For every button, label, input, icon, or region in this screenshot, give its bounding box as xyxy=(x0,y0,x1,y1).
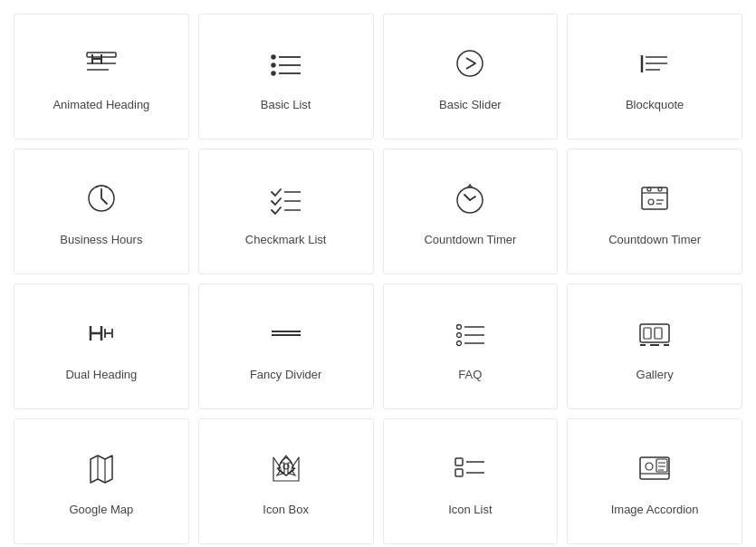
svg-point-8 xyxy=(272,63,275,67)
countdown-timer-1-label: Countdown Timer xyxy=(424,233,516,246)
dual-heading-icon xyxy=(80,312,123,355)
icon-list-label: Icon List xyxy=(448,503,492,516)
widget-basic-list[interactable]: Basic List xyxy=(198,14,374,139)
icon-list-icon xyxy=(448,446,492,490)
svg-rect-53 xyxy=(455,458,463,465)
svg-point-27 xyxy=(648,199,654,205)
svg-point-40 xyxy=(457,333,462,338)
widget-google-map[interactable]: Google Map xyxy=(14,418,189,544)
animated-heading-label: Animated Heading xyxy=(53,98,149,111)
svg-rect-57 xyxy=(640,457,669,479)
widget-checkmark-list[interactable]: Checkmark List xyxy=(198,149,374,274)
svg-point-38 xyxy=(457,325,462,330)
widget-business-hours[interactable]: Business Hours xyxy=(14,149,189,274)
icon-box-label: Icon Box xyxy=(263,503,309,516)
svg-rect-48 xyxy=(644,328,651,339)
gallery-label: Gallery xyxy=(636,368,674,381)
widget-dual-heading[interactable]: Dual Heading xyxy=(14,283,189,409)
fancy-divider-icon xyxy=(264,312,308,355)
image-accordion-icon xyxy=(633,446,676,490)
basic-list-icon xyxy=(264,42,308,85)
widget-basic-slider[interactable]: Basic Slider xyxy=(383,14,559,139)
widget-blockquote[interactable]: Blockquote xyxy=(567,14,742,139)
checkmark-list-icon xyxy=(264,177,308,220)
business-hours-label: Business Hours xyxy=(60,233,142,246)
business-hours-icon xyxy=(80,177,123,220)
svg-point-6 xyxy=(272,55,275,59)
widget-icon-box[interactable]: Icon Box xyxy=(198,418,374,544)
countdown-timer-1-icon xyxy=(448,177,492,220)
widget-fancy-divider[interactable]: Fancy Divider xyxy=(198,283,374,409)
fancy-divider-label: Fancy Divider xyxy=(250,368,321,381)
svg-point-42 xyxy=(457,341,462,346)
widget-faq[interactable]: FAQ xyxy=(383,283,559,409)
animated-heading-icon xyxy=(80,42,123,85)
basic-slider-label: Basic Slider xyxy=(439,98,502,111)
svg-point-10 xyxy=(272,72,275,75)
widget-image-accordion[interactable]: Image Accordion xyxy=(567,418,742,544)
svg-point-12 xyxy=(457,51,483,76)
basic-list-label: Basic List xyxy=(261,98,311,111)
countdown-timer-2-label: Countdown Timer xyxy=(608,233,701,246)
image-accordion-label: Image Accordion xyxy=(611,503,699,516)
svg-rect-49 xyxy=(655,328,662,339)
blockquote-label: Blockquote xyxy=(626,98,684,111)
icon-box-icon xyxy=(264,446,308,490)
faq-icon xyxy=(448,312,492,355)
svg-rect-23 xyxy=(642,187,667,209)
faq-label: FAQ xyxy=(458,368,482,381)
google-map-icon xyxy=(80,446,123,490)
svg-rect-55 xyxy=(455,469,463,476)
dual-heading-label: Dual Heading xyxy=(65,368,137,381)
widget-icon-list[interactable]: Icon List xyxy=(383,418,559,544)
google-map-label: Google Map xyxy=(69,503,133,516)
blockquote-icon xyxy=(633,42,676,85)
basic-slider-icon xyxy=(448,42,492,85)
checkmark-list-label: Checkmark List xyxy=(245,233,327,246)
widget-countdown-timer-1[interactable]: Countdown Timer xyxy=(383,149,559,274)
widget-gallery[interactable]: Gallery xyxy=(567,283,742,409)
widget-animated-heading[interactable]: Animated Heading xyxy=(14,14,189,139)
svg-point-58 xyxy=(646,463,653,470)
widget-grid: Animated Heading Basic List Basic Slider xyxy=(0,0,756,547)
countdown-timer-2-icon xyxy=(633,177,676,220)
gallery-icon xyxy=(633,312,676,355)
widget-countdown-timer-2[interactable]: Countdown Timer xyxy=(567,149,742,274)
